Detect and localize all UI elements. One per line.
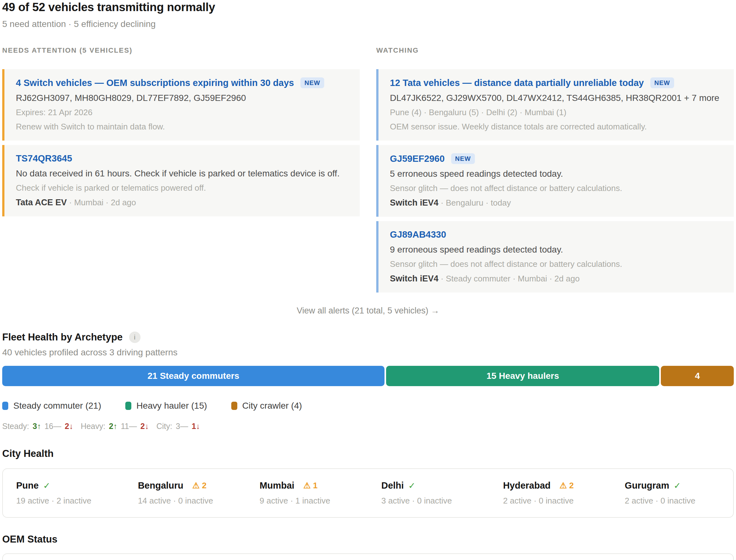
alert-card-no-data[interactable]: TS74QR3645 No data received in 61 hours.… bbox=[2, 145, 360, 216]
archetype-stacked-bar: 21 Steady commuters 15 Heavy haulers 4 bbox=[2, 366, 734, 386]
city-cell-hyderabad: Hyderabad ⚠ 2 2 active · 0 inactive bbox=[490, 480, 612, 506]
city-cell-bengaluru: Bengaluru ⚠ 2 14 active · 0 inactive bbox=[125, 480, 246, 506]
watch-card-gj59[interactable]: GJ59EF2960 NEW 5 erroneous speed reading… bbox=[376, 145, 734, 217]
alert-note-text: Check if vehicle is parked or telematics… bbox=[16, 183, 348, 193]
alert-card-subscriptions[interactable]: 4 Switch vehicles — OEM subscriptions ex… bbox=[2, 69, 360, 141]
watching-label: WATCHING bbox=[376, 46, 734, 55]
alert-footer: Switch iEV4 · Steady commuter · Mumbai ·… bbox=[390, 274, 722, 284]
segment-steady-commuters[interactable]: 21 Steady commuters bbox=[2, 366, 384, 386]
trend-down-value: 2↓ bbox=[65, 422, 73, 431]
trend-label: Heavy: bbox=[81, 422, 105, 431]
alert-vehicle-list: RJ62GH3097, MH80GH8029, DL77EF7892, GJ59… bbox=[16, 93, 348, 103]
trend-flat-value: 3— bbox=[176, 422, 188, 431]
city-detail: 19 active · 2 inactive bbox=[16, 496, 125, 506]
city-detail: 14 active · 0 inactive bbox=[138, 496, 246, 506]
city-detail: 3 active · 0 inactive bbox=[381, 496, 490, 506]
city-detail: 9 active · 1 inactive bbox=[260, 496, 368, 506]
alert-vehicle-list: DL47JK6522, GJ29WX5700, DL47WX2412, TS44… bbox=[390, 93, 722, 103]
legend-label: Steady commuter (21) bbox=[13, 401, 101, 411]
page-title: 49 of 52 vehicles transmitting normally bbox=[2, 1, 734, 14]
fleet-health-subtitle: 40 vehicles profiled across 3 driving pa… bbox=[2, 347, 734, 358]
dashboard: 49 of 52 vehicles transmitting normally … bbox=[0, 0, 736, 560]
alert-body-text: No data received in 61 hours. Check if v… bbox=[16, 168, 348, 179]
city-cell-gurugram: Gurugram ✓ 2 active · 0 inactive bbox=[611, 480, 733, 506]
view-all-alerts-link[interactable]: View all alerts (21 total, 5 vehicles) → bbox=[2, 306, 734, 316]
warning-icon: ⚠ 1 bbox=[303, 481, 318, 491]
alert-body-text: 5 erroneous speed readings detected toda… bbox=[390, 169, 722, 179]
alerts-columns: NEEDS ATTENTION (5 VEHICLES) 4 Switch ve… bbox=[2, 46, 734, 297]
check-icon: ✓ bbox=[408, 481, 416, 491]
city-name: Delhi bbox=[381, 480, 404, 491]
alert-title-link[interactable]: GJ59EF2960 bbox=[390, 154, 445, 164]
legend-label: City crawler (4) bbox=[242, 401, 302, 411]
segment-city-crawlers[interactable]: 4 bbox=[661, 366, 734, 386]
warning-icon: ⚠ 2 bbox=[192, 481, 207, 491]
city-name: Mumbai bbox=[260, 480, 294, 491]
city-detail: 2 active · 0 inactive bbox=[625, 496, 733, 506]
alert-action-text: Renew with Switch to maintain data flow. bbox=[16, 122, 348, 132]
fleet-health-heading: Fleet Health by Archetype i bbox=[2, 332, 734, 343]
alert-footer: Switch iEV4 · Bengaluru · today bbox=[390, 198, 722, 208]
alert-footer: Tata ACE EV · Mumbai · 2d ago bbox=[16, 198, 348, 208]
city-name: Bengaluru bbox=[138, 480, 183, 491]
city-cell-mumbai: Mumbai ⚠ 1 9 active · 1 inactive bbox=[246, 480, 368, 506]
alert-title-link[interactable]: 12 Tata vehicles — distance data partial… bbox=[390, 78, 644, 88]
trend-group-steady: Steady: 3↑ 16— 2↓ bbox=[2, 422, 73, 431]
legend-item-heavy: Heavy hauler (15) bbox=[125, 401, 207, 411]
trend-group-heavy: Heavy: 2↑ 11— 2↓ bbox=[81, 422, 149, 431]
new-badge: NEW bbox=[650, 77, 674, 88]
archetype-legend: Steady commuter (21) Heavy hauler (15) C… bbox=[2, 401, 734, 411]
trend-down-value: 1↓ bbox=[192, 422, 200, 431]
city-name: Gurugram bbox=[625, 480, 669, 491]
new-badge: NEW bbox=[300, 77, 325, 88]
segment-heavy-haulers[interactable]: 15 Heavy haulers bbox=[386, 366, 659, 386]
city-health-heading: City Health bbox=[2, 448, 734, 459]
city-name: Hyderabad bbox=[503, 480, 551, 491]
info-icon[interactable]: i bbox=[129, 332, 141, 343]
city-cell-delhi: Delhi ✓ 3 active · 0 inactive bbox=[368, 480, 490, 506]
archetype-trend-summary: Steady: 3↑ 16— 2↓ Heavy: 2↑ 11— 2↓ City:… bbox=[2, 422, 734, 431]
legend-swatch-icon bbox=[231, 402, 237, 410]
warning-icon: ⚠ 2 bbox=[560, 481, 574, 491]
trend-group-city: City: 3— 1↓ bbox=[156, 422, 200, 431]
city-detail: 2 active · 0 inactive bbox=[503, 496, 612, 506]
alert-note-text: Sensor glitch — does not affect distance… bbox=[390, 259, 722, 269]
watch-card-gj89[interactable]: GJ89AB4330 9 erroneous speed readings de… bbox=[376, 221, 734, 293]
trend-label: Steady: bbox=[2, 422, 29, 431]
city-cell-pune: Pune ✓ 19 active · 2 inactive bbox=[3, 480, 125, 506]
needs-attention-label: NEEDS ATTENTION (5 VEHICLES) bbox=[2, 46, 360, 55]
trend-flat-value: 16— bbox=[44, 422, 61, 431]
check-icon: ✓ bbox=[43, 481, 50, 491]
alert-title-link[interactable]: 4 Switch vehicles — OEM subscriptions ex… bbox=[16, 78, 294, 88]
city-health-title: City Health bbox=[2, 448, 54, 459]
alert-footer-meta: · Bengaluru · today bbox=[438, 198, 511, 208]
city-name: Pune bbox=[16, 480, 39, 491]
city-health-panel: Pune ✓ 19 active · 2 inactive Bengaluru … bbox=[2, 468, 734, 518]
alert-expiry-text: Expires: 21 Apr 2026 bbox=[16, 108, 348, 117]
alert-note-text: Sensor glitch — does not affect distance… bbox=[390, 183, 722, 193]
vehicle-model: Switch iEV4 bbox=[390, 198, 438, 208]
oem-status-title: OEM Status bbox=[2, 534, 57, 545]
watch-card-tata[interactable]: 12 Tata vehicles — distance data partial… bbox=[376, 69, 734, 141]
oem-table-header-row: VEHICLES KMPB DATA AVG KM/D 7-DAY DATA F… bbox=[3, 554, 733, 560]
legend-label: Heavy hauler (15) bbox=[136, 401, 207, 411]
legend-item-steady: Steady commuter (21) bbox=[2, 401, 101, 411]
alert-body-text: 9 erroneous speed readings detected toda… bbox=[390, 245, 722, 255]
trend-up-value: 3↑ bbox=[33, 422, 41, 431]
legend-item-city: City crawler (4) bbox=[231, 401, 302, 411]
vehicle-model: Tata ACE EV bbox=[16, 198, 67, 207]
alert-city-breakdown: Pune (4) · Bengaluru (5) · Delhi (2) · M… bbox=[390, 108, 722, 117]
legend-swatch-icon bbox=[2, 402, 8, 410]
trend-up-value: 2↑ bbox=[109, 422, 117, 431]
new-badge: NEW bbox=[451, 153, 475, 164]
alert-note-text: OEM sensor issue. Weekly distance totals… bbox=[390, 122, 722, 132]
needs-attention-column: NEEDS ATTENTION (5 VEHICLES) 4 Switch ve… bbox=[2, 46, 360, 221]
alert-title-link[interactable]: TS74QR3645 bbox=[16, 153, 72, 164]
page-subtitle: 5 need attention · 5 efficiency declinin… bbox=[2, 19, 734, 29]
alert-footer-meta: · Mumbai · 2d ago bbox=[67, 198, 136, 207]
legend-swatch-icon bbox=[125, 402, 131, 410]
oem-status-table: VEHICLES KMPB DATA AVG KM/D 7-DAY DATA F… bbox=[2, 553, 734, 560]
trend-down-value: 2↓ bbox=[141, 422, 149, 431]
alert-title-link[interactable]: GJ89AB4330 bbox=[390, 229, 446, 240]
alert-footer-meta: · Steady commuter · Mumbai · 2d ago bbox=[438, 274, 580, 283]
